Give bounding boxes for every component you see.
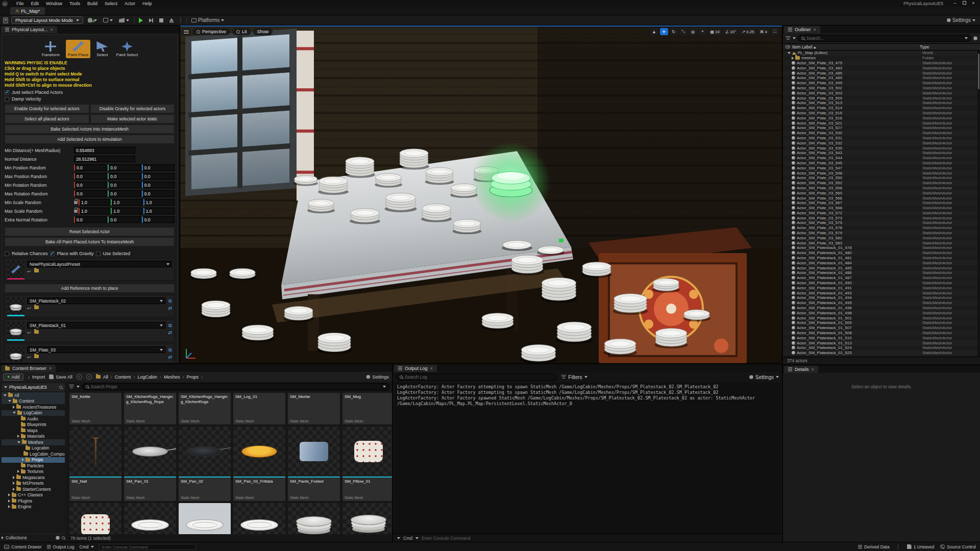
output-log-button[interactable]: Output Log: [47, 544, 75, 549]
asset-card-sm_kitchenrugs_hanging_kitchenrugs[interactable]: SM_KitchenRugs_Hanging_KitchenRugsStatic…: [179, 393, 231, 424]
outliner-row[interactable]: Actor_SM_Plate_03_485StaticMeshActor: [783, 70, 980, 76]
tree-item-c-classes[interactable]: C++ Classes: [2, 492, 65, 498]
asset-search-input[interactable]: Search Props: [82, 383, 389, 390]
duplicate-icon[interactable]: ⧉: [168, 347, 172, 353]
tree-item-plugins[interactable]: Plugins: [2, 498, 65, 504]
asset-card-sm_log_01[interactable]: SM_Log_01Static Mesh: [233, 393, 285, 424]
vector-component-x[interactable]: 1.0: [79, 199, 110, 206]
outliner-row[interactable]: Actor_SM_Plate_03_527StaticMeshActor: [783, 126, 980, 131]
vector-component-z[interactable]: 1.0: [143, 208, 175, 214]
asset-card[interactable]: [233, 503, 285, 534]
blueprints-button[interactable]: [102, 18, 114, 22]
min-distance-meshradius--value[interactable]: 0.554893: [74, 147, 135, 154]
outliner-row[interactable]: Actor_SM_Plate_03_550StaticMeshActor: [783, 176, 980, 181]
tree-item-logcabin-components[interactable]: LogCabin_Components: [2, 451, 65, 457]
add-selected-actors-to-simulation-button[interactable]: Add Selected Actors to simulation: [5, 135, 175, 144]
bake-selected-actors-into-instancemesh-button[interactable]: Bake Selected Actors Into InstanceMesh: [5, 124, 175, 134]
tree-item-meshes[interactable]: Meshes: [2, 439, 65, 445]
viewport[interactable]: Perspective Lit Show ▲ ✛ ↻ ⤡ ◍ ⌖ ▦ 10 ∠ …: [180, 26, 782, 363]
expand-icon[interactable]: [13, 406, 15, 409]
vector-component-y[interactable]: 0.0: [108, 164, 140, 171]
outliner-row[interactable]: Actor_SM_Plate_03_532StaticMeshActor: [783, 140, 980, 145]
collections-row[interactable]: Collections: [2, 534, 65, 540]
menu-window[interactable]: Window: [42, 0, 66, 7]
tree-item-ancienttreasures[interactable]: AncientTreasures: [2, 404, 65, 410]
checkbox-place-with-gravity[interactable]: [50, 252, 55, 256]
stop-button[interactable]: [158, 18, 165, 22]
close-icon[interactable]: ×: [430, 366, 433, 371]
expand-icon[interactable]: [17, 470, 19, 473]
toolbar-settings-button[interactable]: Settings: [945, 17, 977, 23]
breadcrumb-item[interactable]: Meshes: [164, 374, 180, 380]
outliner-row[interactable]: Actor_SM_Plate_03_575StaticMeshActor: [783, 220, 980, 226]
asset-card[interactable]: [179, 503, 231, 534]
source-control-button[interactable]: Source Control: [940, 544, 976, 549]
asset-card[interactable]: [288, 503, 340, 534]
asset-card-sm_nail[interactable]: SM_NailStatic Mesh: [69, 427, 121, 501]
make-selected-actor-static-button[interactable]: Make selected actor static: [90, 114, 175, 123]
tree-item-blueprints[interactable]: Blueprints: [2, 422, 65, 428]
rotation-snap-button[interactable]: ∠ 10°: [723, 28, 738, 35]
tree-item-logcabin[interactable]: LogCabin: [2, 410, 65, 416]
back-button[interactable]: ‹: [77, 374, 82, 380]
source-selector[interactable]: PhysicalLayoutUE5: [2, 383, 65, 391]
menu-file[interactable]: File: [13, 0, 28, 7]
expand-icon[interactable]: [13, 482, 15, 485]
outliner-row[interactable]: Actor_SM_Plate_03_489StaticMeshActor: [783, 76, 980, 81]
outliner-row[interactable]: Actor_SM_Plate_03_535StaticMeshActor: [783, 145, 980, 151]
status-kebab-icon[interactable]: ⋮: [896, 544, 901, 549]
outliner-row[interactable]: Actor_SM_Platestack_01_481StaticMeshActo…: [783, 256, 980, 261]
asset-card-sm_pants_folded[interactable]: SM_Pants_FoldedStatic Mesh: [288, 427, 340, 501]
derived-data-button[interactable]: Derived Data: [858, 544, 890, 549]
select-tool-button[interactable]: ▲: [650, 28, 658, 35]
outliner-row[interactable]: Actor_SM_Plate_03_579StaticMeshActor: [783, 231, 980, 236]
mesh-thumbnail[interactable]: [7, 322, 24, 339]
breadcrumb-item[interactable]: Content: [115, 374, 131, 380]
breadcrumb-item[interactable]: LogCabin: [137, 374, 157, 380]
outliner-row[interactable]: Actor_SM_Plate_03_503StaticMeshActor: [783, 90, 980, 95]
maximize-viewport-button[interactable]: ⛶: [771, 28, 779, 35]
vector-component-y[interactable]: 0.0: [108, 182, 140, 188]
vector-component-x[interactable]: 0.0: [74, 182, 107, 188]
content-drawer-button[interactable]: Content Drawer: [4, 544, 42, 549]
bake-all-paint-placed-actors-to-instancemesh-button[interactable]: Bake All Paint Placed Actors To Instance…: [5, 237, 175, 246]
mesh-name-field[interactable]: SM_Platestack_01: [27, 322, 165, 329]
outliner-row[interactable]: Actor_SM_Platestack_01_490StaticMeshActo…: [783, 281, 980, 286]
outliner-row[interactable]: Actor_SM_Plate_03_560StaticMeshActor: [783, 190, 980, 195]
rotate-tool-button[interactable]: ↻: [670, 28, 678, 35]
outliner-row[interactable]: Actor_SM_Platestack_01_494StaticMeshActo…: [783, 295, 980, 300]
asset-card-sm_pillow_01[interactable]: SM_Pillow_01Static Mesh: [342, 427, 392, 501]
outliner-row[interactable]: Actor_SM_Plate_03_515StaticMeshActor: [783, 111, 980, 116]
outliner-row[interactable]: Actor_SM_Platestack_01_486StaticMeshActo…: [783, 270, 980, 276]
vector-component-z[interactable]: 1.0: [143, 199, 175, 206]
outliner-row[interactable]: Actor_SM_Platestack_01_478StaticMeshActo…: [783, 245, 980, 251]
outliner-row[interactable]: Actor_SM_Platestack_01_495StaticMeshActo…: [783, 300, 980, 306]
mesh-thumbnail[interactable]: [7, 346, 24, 362]
vector-component-z[interactable]: 0.0: [142, 164, 175, 171]
outliner-row[interactable]: Actor_SM_Platestack_01_505StaticMeshActo…: [783, 320, 980, 325]
mesh-name-field[interactable]: SM_Platestack_02: [27, 297, 165, 304]
minimize-button[interactable]: –: [950, 1, 960, 7]
outliner-row[interactable]: Actor_SM_Plate_03_483StaticMeshActor: [783, 65, 980, 70]
add-actor-button[interactable]: [86, 18, 99, 22]
outliner-row[interactable]: Actor_SM_Plate_03_521StaticMeshActor: [783, 120, 980, 126]
close-icon[interactable]: ×: [814, 27, 816, 32]
outliner-row[interactable]: Actor_SM_Platestack_01_525StaticMeshActo…: [783, 350, 980, 356]
outliner-row[interactable]: Actor_SM_Platestack_01_513StaticMeshActo…: [783, 340, 980, 345]
menu-help[interactable]: Help: [139, 0, 156, 7]
details-tab[interactable]: Details ×: [784, 366, 818, 373]
duplicate-icon[interactable]: ⧉: [168, 298, 172, 304]
tree-item-megascans[interactable]: Megascans: [2, 474, 65, 481]
log-settings-dropdown[interactable]: Settings: [749, 374, 779, 380]
add-button[interactable]: +Add: [3, 373, 23, 381]
expand-icon[interactable]: [17, 441, 20, 443]
cmd-dropdown[interactable]: Cmd: [80, 544, 94, 549]
outliner-row[interactable]: Actor_SM_Platestack_01_507StaticMeshActo…: [783, 325, 980, 331]
log-lines[interactable]: LogActorFactory: Actor Factory attemptin…: [394, 382, 781, 534]
mesh-thumbnail[interactable]: [7, 297, 24, 315]
lock-icon[interactable]: [74, 201, 78, 204]
vector-component-z[interactable]: 0.0: [142, 173, 175, 180]
outliner-scrollbar[interactable]: [977, 51, 980, 357]
log-search-input[interactable]: Search Log: [396, 373, 557, 381]
vector-component-z[interactable]: 0.0: [142, 190, 175, 197]
